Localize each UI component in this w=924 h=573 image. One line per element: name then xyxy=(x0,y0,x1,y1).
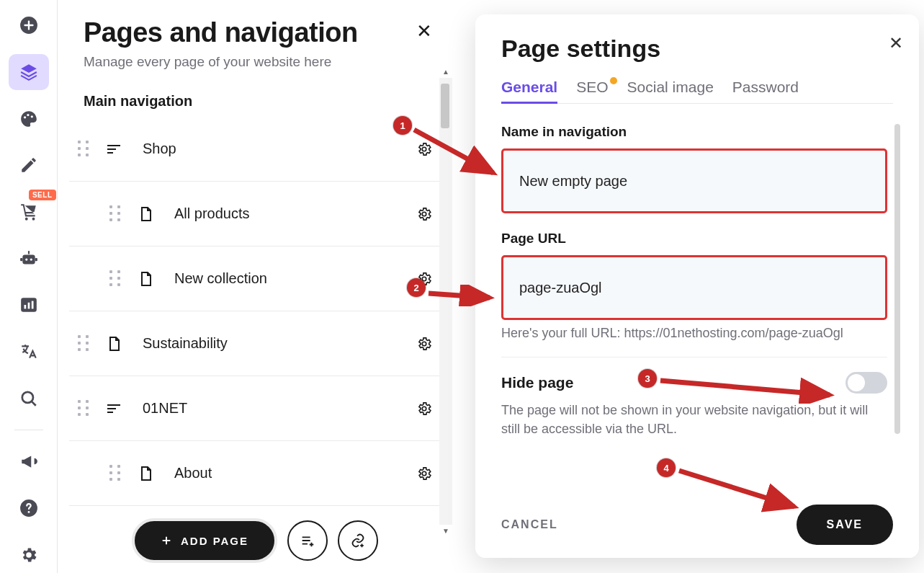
link-plus-icon xyxy=(350,533,366,548)
rail-pages[interactable] xyxy=(9,54,49,91)
nav-item-label: New collection xyxy=(174,270,416,287)
url-input[interactable]: page-zuaOgl xyxy=(501,255,887,320)
rail-language[interactable] xyxy=(9,334,49,370)
svg-rect-11 xyxy=(35,258,37,261)
gear-icon[interactable] xyxy=(416,466,432,481)
list-add-button[interactable] xyxy=(287,520,328,561)
annotation-1: 1 xyxy=(393,116,412,135)
save-button[interactable]: SAVE xyxy=(797,505,893,545)
nav-item[interactable]: Sustainability xyxy=(69,311,441,376)
name-input[interactable]: New empty page xyxy=(501,148,887,213)
nav-item-label: Sustainability xyxy=(143,335,416,352)
svg-point-16 xyxy=(22,391,32,402)
gear-icon[interactable] xyxy=(416,206,432,222)
svg-point-21 xyxy=(422,277,426,281)
drag-handle[interactable] xyxy=(78,335,91,352)
gear-icon[interactable] xyxy=(416,401,432,417)
menu-icon xyxy=(105,400,122,417)
page-icon xyxy=(137,205,154,223)
svg-rect-13 xyxy=(24,305,26,308)
hide-page-toggle[interactable] xyxy=(845,372,887,394)
svg-point-8 xyxy=(30,258,32,260)
svg-point-7 xyxy=(25,258,27,260)
rail-store[interactable]: SELL xyxy=(9,194,49,231)
link-add-button[interactable] xyxy=(338,520,378,561)
plus-circle-icon xyxy=(19,16,38,35)
add-page-label: ADD PAGE xyxy=(181,535,248,547)
nav-item-label: About xyxy=(174,465,416,481)
plus-icon xyxy=(161,535,172,546)
rail-separator xyxy=(14,430,43,430)
tab-social-image[interactable]: Social image xyxy=(627,79,714,103)
hide-page-description: The page will not be shown in your websi… xyxy=(501,401,876,438)
annotation-3: 3 xyxy=(638,369,657,388)
gear-icon[interactable] xyxy=(416,336,432,352)
panel-scrollbar[interactable]: ▲ ▼ xyxy=(439,78,452,525)
notification-dot-icon xyxy=(610,77,617,84)
sell-badge: SELL xyxy=(29,190,56,200)
nav-item-label: Shop xyxy=(143,141,416,157)
drag-handle[interactable] xyxy=(109,270,122,288)
svg-rect-15 xyxy=(31,301,33,309)
tab-general[interactable]: General xyxy=(501,79,557,103)
rail-edit[interactable] xyxy=(9,147,49,184)
nav-item-label: 01NET xyxy=(143,400,416,417)
tab-seo[interactable]: SEO xyxy=(576,79,608,103)
annotation-4: 4 xyxy=(657,458,676,477)
cancel-button[interactable]: CANCEL xyxy=(501,518,558,531)
page-icon xyxy=(137,465,154,482)
rail-theme[interactable] xyxy=(9,100,49,137)
rail-add[interactable] xyxy=(9,7,49,44)
panel-title: Pages and navigation xyxy=(84,17,426,48)
annotation-2: 2 xyxy=(407,278,426,297)
close-icon[interactable]: ✕ xyxy=(416,22,432,40)
drag-handle[interactable] xyxy=(109,465,122,482)
nav-item[interactable]: 01NET xyxy=(69,376,441,441)
search-icon xyxy=(19,389,38,408)
rail-help[interactable] xyxy=(9,490,49,527)
drag-handle[interactable] xyxy=(109,205,122,223)
drag-handle[interactable] xyxy=(78,400,91,417)
drag-handle[interactable] xyxy=(78,141,91,158)
rail-search[interactable] xyxy=(9,380,49,417)
svg-rect-9 xyxy=(27,251,29,254)
nav-list: ShopAll productsNew collectionSustainabi… xyxy=(58,117,452,506)
svg-point-3 xyxy=(30,115,32,117)
svg-point-22 xyxy=(422,342,426,346)
rail-analytics[interactable] xyxy=(9,287,49,324)
tab-password[interactable]: Password xyxy=(732,79,799,103)
svg-rect-14 xyxy=(27,303,30,309)
nav-item[interactable]: About xyxy=(69,441,441,506)
svg-point-4 xyxy=(24,218,27,221)
menu-icon xyxy=(105,141,122,158)
layers-icon xyxy=(19,63,38,81)
close-icon[interactable]: ✕ xyxy=(889,33,903,53)
page-settings-modal: ✕ Page settings General SEO Social image… xyxy=(475,14,919,558)
rail-ai[interactable] xyxy=(9,240,49,277)
robot-icon xyxy=(19,249,38,268)
rail-announce[interactable] xyxy=(9,443,49,480)
modal-scrollbar[interactable] xyxy=(894,124,902,470)
toggle-knob xyxy=(848,374,865,391)
nav-item[interactable]: All products xyxy=(69,182,441,246)
svg-rect-6 xyxy=(22,254,35,264)
gear-icon[interactable] xyxy=(416,141,432,157)
svg-point-2 xyxy=(27,114,29,116)
panel-subtitle: Manage every page of your website here xyxy=(84,54,426,70)
translate-icon xyxy=(19,342,38,361)
svg-rect-10 xyxy=(20,258,22,261)
svg-point-5 xyxy=(32,218,35,221)
svg-point-23 xyxy=(422,407,426,411)
page-icon xyxy=(105,335,122,352)
nav-item[interactable]: New collection xyxy=(69,246,441,311)
svg-point-1 xyxy=(23,116,25,118)
divider xyxy=(501,357,887,357)
megaphone-icon xyxy=(19,452,38,471)
nav-item[interactable]: Shop xyxy=(69,117,441,182)
add-page-button[interactable]: ADD PAGE xyxy=(132,518,277,563)
settings-title: Page settings xyxy=(501,35,905,63)
rail-settings[interactable] xyxy=(9,536,49,573)
url-hint: Here's your full URL: https://01nethosti… xyxy=(501,326,902,341)
hide-page-label: Hide page xyxy=(501,374,573,391)
palette-icon xyxy=(19,110,38,128)
